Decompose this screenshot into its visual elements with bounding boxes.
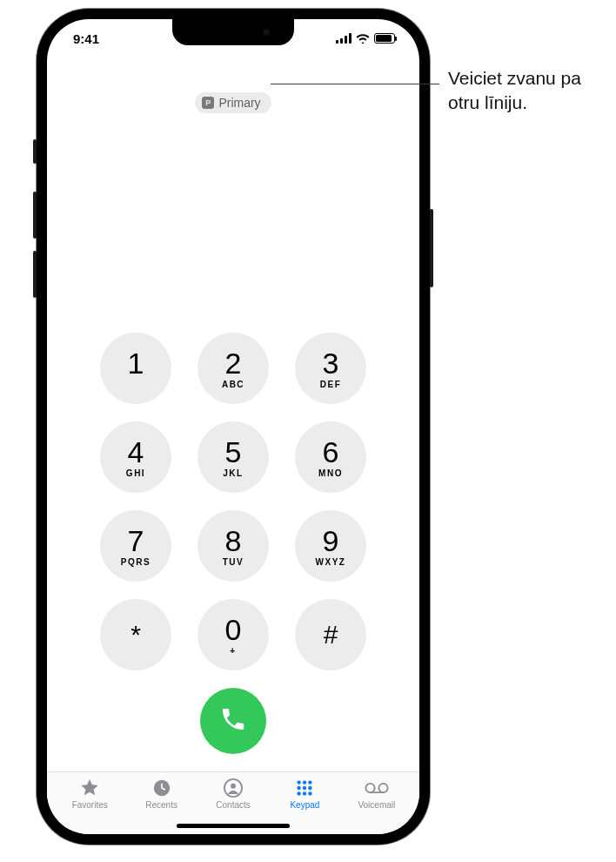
key-2[interactable]: 2 ABC	[198, 333, 269, 404]
star-icon	[79, 778, 100, 798]
tab-voicemail[interactable]: Voicemail	[341, 778, 412, 810]
tab-contacts[interactable]: Contacts	[198, 778, 269, 810]
status-right	[336, 31, 395, 46]
sim-line-selector[interactable]: P Primary	[195, 92, 271, 113]
callout-text: Veiciet zvanu pa otru līniju.	[448, 66, 605, 116]
clock-icon	[152, 778, 171, 798]
key-3[interactable]: 3 DEF	[295, 333, 366, 404]
keypad-area: 1 2 ABC 3 DEF 4 GHI 5 JKL	[47, 113, 419, 771]
phone-frame: 9:41 P Primary 1 2	[37, 9, 430, 845]
phone-icon	[219, 705, 247, 737]
key-4[interactable]: 4 GHI	[100, 421, 171, 493]
battery-icon	[374, 33, 395, 44]
svg-point-7	[303, 786, 306, 790]
cellular-icon	[336, 33, 352, 44]
power-button[interactable]	[430, 209, 433, 287]
tab-label: Keypad	[290, 800, 319, 810]
key-0[interactable]: 0 +	[198, 599, 269, 670]
svg-point-12	[365, 784, 374, 792]
tab-label: Contacts	[216, 800, 250, 810]
key-hash[interactable]: #	[295, 599, 366, 670]
key-6[interactable]: 6 MNO	[295, 421, 366, 493]
call-button[interactable]	[200, 688, 266, 754]
key-5[interactable]: 5 JKL	[198, 421, 269, 493]
key-9[interactable]: 9 WXYZ	[295, 510, 366, 582]
svg-point-13	[378, 784, 387, 792]
voicemail-icon	[365, 778, 389, 798]
svg-point-5	[309, 780, 312, 784]
home-indicator[interactable]	[177, 824, 290, 828]
svg-point-2	[231, 784, 236, 789]
key-8[interactable]: 8 TUV	[198, 510, 269, 582]
silence-switch[interactable]	[33, 139, 37, 164]
notch	[172, 19, 294, 45]
sim-badge-icon: P	[202, 97, 214, 109]
tab-recents[interactable]: Recents	[125, 778, 197, 810]
keypad: 1 2 ABC 3 DEF 4 GHI 5 JKL	[85, 333, 381, 670]
keypad-icon	[295, 778, 314, 798]
svg-point-10	[303, 791, 306, 795]
svg-point-9	[298, 791, 301, 795]
volume-up-button[interactable]	[33, 192, 37, 239]
person-icon	[224, 778, 243, 798]
wifi-icon	[356, 31, 370, 46]
svg-point-8	[309, 786, 312, 790]
tab-favorites[interactable]: Favorites	[54, 778, 125, 810]
svg-point-11	[309, 791, 312, 795]
key-1[interactable]: 1	[100, 333, 171, 404]
svg-point-3	[298, 780, 301, 784]
sim-label: Primary	[218, 96, 260, 110]
key-7[interactable]: 7 PQRS	[100, 510, 171, 582]
tab-label: Recents	[145, 800, 177, 810]
tab-label: Favorites	[72, 800, 108, 810]
svg-point-6	[298, 786, 301, 790]
callout-line	[271, 84, 439, 84]
screen: 9:41 P Primary 1 2	[47, 19, 419, 834]
status-time: 9:41	[73, 31, 99, 46]
tab-keypad[interactable]: Keypad	[269, 778, 340, 810]
key-star[interactable]: *	[100, 599, 171, 670]
tab-label: Voicemail	[358, 800, 395, 810]
svg-point-4	[303, 780, 306, 784]
volume-down-button[interactable]	[33, 251, 37, 298]
